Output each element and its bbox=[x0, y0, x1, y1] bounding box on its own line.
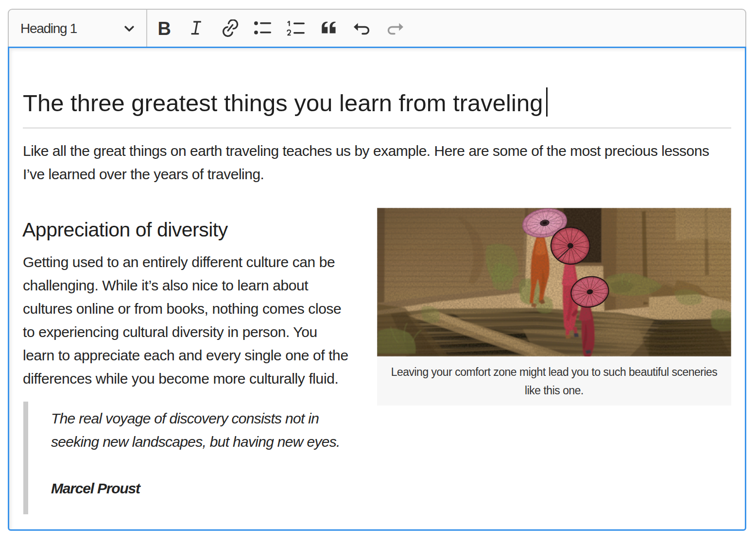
svg-text:B: B bbox=[158, 20, 171, 36]
